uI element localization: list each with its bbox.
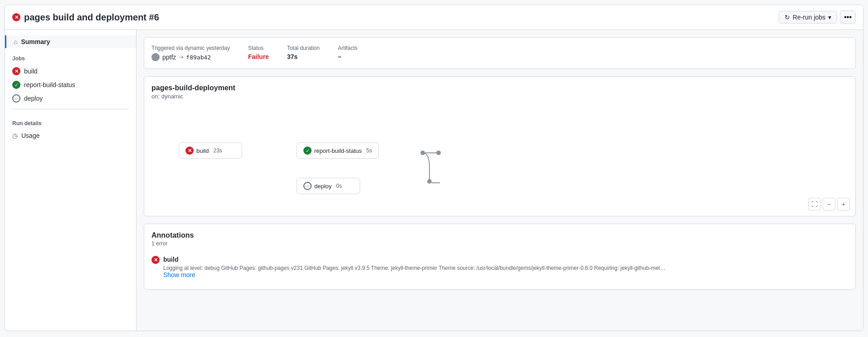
rerun-icon: ↻	[785, 14, 790, 21]
job-node-build[interactable]: ✕ build 23s	[179, 142, 242, 159]
zoom-in-icon: +	[842, 200, 845, 208]
annotations-title: Annotations	[151, 231, 848, 239]
sidebar-item-summary[interactable]: ⌂ Summary	[5, 35, 136, 48]
page-title: pages build and deployment #6	[24, 12, 159, 23]
triggered-label: Triggered via dynamic yesterday	[151, 45, 230, 51]
report-node-time: 5s	[366, 147, 372, 154]
job-node-deploy[interactable]: ○ deploy 0s	[297, 178, 360, 194]
deploy-skip-icon: ○	[12, 94, 20, 103]
avatar	[151, 53, 160, 61]
zoom-out-icon: −	[827, 200, 831, 208]
sidebar-item-report-build-status[interactable]: ✓ report-build-status	[5, 78, 136, 92]
svg-point-2	[436, 151, 441, 155]
deploy-node-label: deploy	[314, 183, 332, 190]
workflow-card: pages-build-deployment on: dynamic	[144, 76, 856, 216]
more-options-button[interactable]: •••	[840, 10, 856, 24]
sidebar-jobs-label: Jobs	[5, 48, 136, 64]
build-node-fail-icon: ✕	[185, 147, 194, 155]
build-node-label: build	[196, 147, 209, 154]
rerun-jobs-button[interactable]: ↻ Re-run jobs ▾	[779, 11, 837, 24]
zoom-out-button[interactable]: −	[823, 198, 835, 210]
artifacts-value: –	[338, 53, 357, 60]
info-card: Triggered via dynamic yesterday pptfz ⇢ …	[144, 37, 856, 69]
home-icon: ⌂	[14, 38, 17, 45]
sidebar-divider	[12, 109, 129, 109]
zoom-in-button[interactable]: +	[837, 198, 850, 210]
annotation-fail-icon: ✕	[151, 256, 160, 264]
duration-label: Total duration	[287, 45, 320, 51]
annotation-item: ✕ build Logging at level: debug GitHub P…	[151, 252, 848, 282]
commit-arrow-icon: ⇢	[179, 54, 183, 60]
sidebar-item-deploy[interactable]: ○ deploy	[5, 92, 136, 105]
workflow-title: pages-build-deployment	[151, 84, 848, 92]
report-node-success-icon: ✓	[303, 147, 312, 155]
annotations-count: 1 error	[151, 240, 848, 247]
sidebar-run-details-label: Run details	[5, 113, 136, 129]
deploy-node-time: 0s	[336, 183, 342, 189]
annotation-content: build Logging at level: debug GitHub Pag…	[163, 256, 848, 278]
fullscreen-button[interactable]: ⛶	[808, 198, 821, 210]
build-fail-icon: ✕	[12, 67, 20, 75]
status-value: Failure	[248, 53, 269, 60]
annotations-card: Annotations 1 error ✕ build Logging at l…	[144, 224, 856, 290]
clock-icon: ◷	[12, 132, 18, 139]
report-success-icon: ✓	[12, 81, 20, 89]
zoom-controls: ⛶ − +	[808, 198, 850, 210]
diagram-svg	[151, 109, 848, 209]
annotation-message: Logging at level: debug GitHub Pages: gi…	[163, 265, 848, 271]
sidebar: ⌂ Summary Jobs ✕ build ✓ report-build-st…	[5, 30, 137, 331]
deploy-node-skip-icon: ○	[303, 182, 312, 190]
build-node-time: 23s	[213, 147, 222, 154]
sidebar-item-usage[interactable]: ◷ Usage	[5, 129, 136, 142]
duration-value: 37s	[287, 53, 320, 60]
fullscreen-icon: ⛶	[811, 200, 818, 208]
report-node-label: report-build-status	[314, 147, 362, 154]
diagram-wrapper: ✕ build 23s ✓ report-build-status 5s ○ d…	[151, 109, 848, 209]
svg-point-3	[427, 179, 432, 184]
show-more-link[interactable]: Show more	[163, 271, 195, 278]
annotation-job: build	[163, 256, 848, 263]
artifacts-label: Artifacts	[338, 45, 357, 51]
trigger-user: pptfz	[162, 54, 176, 61]
status-label: Status	[248, 45, 269, 51]
content-area: Triggered via dynamic yesterday pptfz ⇢ …	[137, 30, 863, 331]
workflow-subtitle: on: dynamic	[151, 93, 848, 100]
commit-hash: f89ab42	[186, 54, 211, 61]
job-node-report[interactable]: ✓ report-build-status 5s	[297, 142, 379, 159]
sidebar-item-build[interactable]: ✕ build	[5, 64, 136, 78]
header-status-icon: ✕	[12, 13, 20, 21]
svg-point-0	[420, 151, 425, 155]
